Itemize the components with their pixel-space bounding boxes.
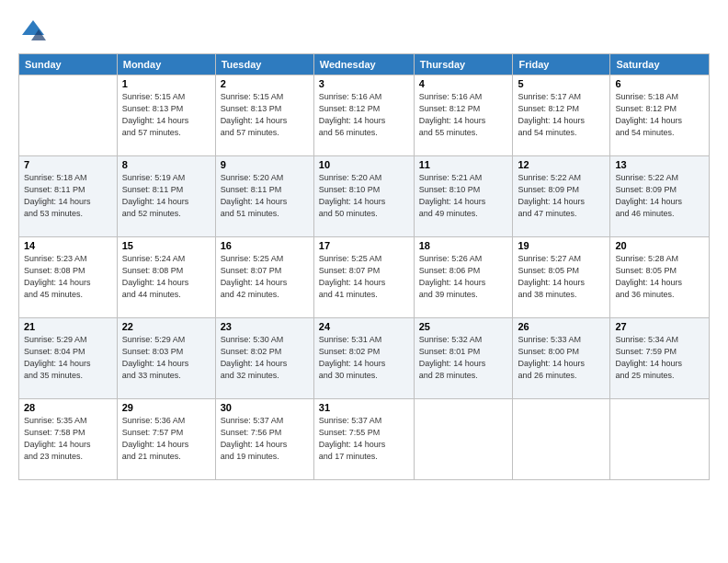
calendar-cell bbox=[414, 399, 513, 480]
day-number: 26 bbox=[518, 321, 605, 332]
day-number: 17 bbox=[319, 240, 409, 251]
day-info: Sunrise: 5:32 AM Sunset: 8:01 PM Dayligh… bbox=[419, 334, 508, 382]
calendar-cell: 19Sunrise: 5:27 AM Sunset: 8:05 PM Dayli… bbox=[513, 237, 610, 318]
calendar-header-tuesday: Tuesday bbox=[215, 54, 313, 75]
calendar-header-sunday: Sunday bbox=[19, 54, 118, 75]
calendar-cell: 26Sunrise: 5:33 AM Sunset: 8:00 PM Dayli… bbox=[513, 318, 610, 399]
day-info: Sunrise: 5:29 AM Sunset: 8:04 PM Dayligh… bbox=[24, 334, 112, 382]
day-number: 1 bbox=[122, 78, 210, 89]
day-info: Sunrise: 5:22 AM Sunset: 8:09 PM Dayligh… bbox=[518, 172, 605, 220]
calendar-cell: 24Sunrise: 5:31 AM Sunset: 8:02 PM Dayli… bbox=[313, 318, 414, 399]
day-number: 29 bbox=[122, 402, 210, 413]
page: SundayMondayTuesdayWednesdayThursdayFrid… bbox=[0, 0, 728, 563]
day-number: 24 bbox=[319, 321, 409, 332]
day-info: Sunrise: 5:30 AM Sunset: 8:02 PM Dayligh… bbox=[221, 334, 309, 382]
calendar-cell: 12Sunrise: 5:22 AM Sunset: 8:09 PM Dayli… bbox=[513, 156, 610, 237]
calendar-cell: 7Sunrise: 5:18 AM Sunset: 8:11 PM Daylig… bbox=[19, 156, 118, 237]
day-number: 27 bbox=[615, 321, 704, 332]
day-info: Sunrise: 5:16 AM Sunset: 8:12 PM Dayligh… bbox=[319, 91, 409, 139]
calendar-cell: 17Sunrise: 5:25 AM Sunset: 8:07 PM Dayli… bbox=[313, 237, 414, 318]
calendar-cell: 13Sunrise: 5:22 AM Sunset: 8:09 PM Dayli… bbox=[610, 156, 710, 237]
day-info: Sunrise: 5:20 AM Sunset: 8:10 PM Dayligh… bbox=[319, 172, 409, 220]
calendar-cell: 18Sunrise: 5:26 AM Sunset: 8:06 PM Dayli… bbox=[414, 237, 513, 318]
calendar-week-row: 28Sunrise: 5:35 AM Sunset: 7:58 PM Dayli… bbox=[19, 399, 710, 480]
day-info: Sunrise: 5:18 AM Sunset: 8:11 PM Dayligh… bbox=[24, 172, 112, 220]
header bbox=[18, 17, 710, 46]
calendar-cell bbox=[513, 399, 610, 480]
logo-icon bbox=[18, 17, 48, 46]
calendar-week-row: 1Sunrise: 5:15 AM Sunset: 8:13 PM Daylig… bbox=[19, 75, 710, 156]
calendar-cell: 20Sunrise: 5:28 AM Sunset: 8:05 PM Dayli… bbox=[610, 237, 710, 318]
day-info: Sunrise: 5:25 AM Sunset: 8:07 PM Dayligh… bbox=[221, 253, 309, 301]
svg-marker-0 bbox=[22, 20, 44, 35]
day-info: Sunrise: 5:25 AM Sunset: 8:07 PM Dayligh… bbox=[319, 253, 409, 301]
calendar-cell: 29Sunrise: 5:36 AM Sunset: 7:57 PM Dayli… bbox=[117, 399, 215, 480]
calendar-cell: 11Sunrise: 5:21 AM Sunset: 8:10 PM Dayli… bbox=[414, 156, 513, 237]
day-info: Sunrise: 5:35 AM Sunset: 7:58 PM Dayligh… bbox=[24, 415, 112, 463]
day-info: Sunrise: 5:33 AM Sunset: 8:00 PM Dayligh… bbox=[518, 334, 605, 382]
day-info: Sunrise: 5:29 AM Sunset: 8:03 PM Dayligh… bbox=[122, 334, 210, 382]
day-info: Sunrise: 5:20 AM Sunset: 8:11 PM Dayligh… bbox=[221, 172, 309, 220]
day-number: 19 bbox=[518, 240, 605, 251]
day-number: 16 bbox=[221, 240, 309, 251]
day-info: Sunrise: 5:15 AM Sunset: 8:13 PM Dayligh… bbox=[221, 91, 309, 139]
day-number: 9 bbox=[221, 159, 309, 170]
calendar-cell: 23Sunrise: 5:30 AM Sunset: 8:02 PM Dayli… bbox=[215, 318, 313, 399]
day-info: Sunrise: 5:22 AM Sunset: 8:09 PM Dayligh… bbox=[615, 172, 704, 220]
calendar-header-row: SundayMondayTuesdayWednesdayThursdayFrid… bbox=[19, 54, 710, 75]
calendar-cell: 9Sunrise: 5:20 AM Sunset: 8:11 PM Daylig… bbox=[215, 156, 313, 237]
calendar-cell: 22Sunrise: 5:29 AM Sunset: 8:03 PM Dayli… bbox=[117, 318, 215, 399]
calendar-header-saturday: Saturday bbox=[610, 54, 710, 75]
calendar-cell: 14Sunrise: 5:23 AM Sunset: 8:08 PM Dayli… bbox=[19, 237, 118, 318]
day-info: Sunrise: 5:31 AM Sunset: 8:02 PM Dayligh… bbox=[319, 334, 409, 382]
day-number: 14 bbox=[24, 240, 112, 251]
day-info: Sunrise: 5:26 AM Sunset: 8:06 PM Dayligh… bbox=[419, 253, 508, 301]
day-number: 20 bbox=[615, 240, 704, 251]
day-info: Sunrise: 5:37 AM Sunset: 7:55 PM Dayligh… bbox=[319, 415, 409, 463]
calendar-week-row: 14Sunrise: 5:23 AM Sunset: 8:08 PM Dayli… bbox=[19, 237, 710, 318]
calendar-cell: 16Sunrise: 5:25 AM Sunset: 8:07 PM Dayli… bbox=[215, 237, 313, 318]
calendar-header-wednesday: Wednesday bbox=[313, 54, 414, 75]
calendar-cell: 3Sunrise: 5:16 AM Sunset: 8:12 PM Daylig… bbox=[313, 75, 414, 156]
calendar-cell: 10Sunrise: 5:20 AM Sunset: 8:10 PM Dayli… bbox=[313, 156, 414, 237]
day-info: Sunrise: 5:21 AM Sunset: 8:10 PM Dayligh… bbox=[419, 172, 508, 220]
calendar-cell: 28Sunrise: 5:35 AM Sunset: 7:58 PM Dayli… bbox=[19, 399, 118, 480]
day-info: Sunrise: 5:17 AM Sunset: 8:12 PM Dayligh… bbox=[518, 91, 605, 139]
calendar-header-thursday: Thursday bbox=[414, 54, 513, 75]
day-info: Sunrise: 5:36 AM Sunset: 7:57 PM Dayligh… bbox=[122, 415, 210, 463]
day-number: 8 bbox=[122, 159, 210, 170]
day-info: Sunrise: 5:24 AM Sunset: 8:08 PM Dayligh… bbox=[122, 253, 210, 301]
calendar-cell: 15Sunrise: 5:24 AM Sunset: 8:08 PM Dayli… bbox=[117, 237, 215, 318]
day-number: 7 bbox=[24, 159, 112, 170]
day-info: Sunrise: 5:28 AM Sunset: 8:05 PM Dayligh… bbox=[615, 253, 704, 301]
day-info: Sunrise: 5:37 AM Sunset: 7:56 PM Dayligh… bbox=[221, 415, 309, 463]
calendar-cell: 5Sunrise: 5:17 AM Sunset: 8:12 PM Daylig… bbox=[513, 75, 610, 156]
calendar-cell: 1Sunrise: 5:15 AM Sunset: 8:13 PM Daylig… bbox=[117, 75, 215, 156]
day-number: 15 bbox=[122, 240, 210, 251]
day-info: Sunrise: 5:18 AM Sunset: 8:12 PM Dayligh… bbox=[615, 91, 704, 139]
day-number: 4 bbox=[419, 78, 508, 89]
calendar-cell: 2Sunrise: 5:15 AM Sunset: 8:13 PM Daylig… bbox=[215, 75, 313, 156]
day-number: 30 bbox=[221, 402, 309, 413]
day-number: 28 bbox=[24, 402, 112, 413]
day-number: 23 bbox=[221, 321, 309, 332]
day-number: 6 bbox=[615, 78, 704, 89]
day-info: Sunrise: 5:27 AM Sunset: 8:05 PM Dayligh… bbox=[518, 253, 605, 301]
day-info: Sunrise: 5:34 AM Sunset: 7:59 PM Dayligh… bbox=[615, 334, 704, 382]
calendar-week-row: 7Sunrise: 5:18 AM Sunset: 8:11 PM Daylig… bbox=[19, 156, 710, 237]
calendar-cell bbox=[610, 399, 710, 480]
calendar-cell: 30Sunrise: 5:37 AM Sunset: 7:56 PM Dayli… bbox=[215, 399, 313, 480]
calendar-cell: 8Sunrise: 5:19 AM Sunset: 8:11 PM Daylig… bbox=[117, 156, 215, 237]
day-number: 18 bbox=[419, 240, 508, 251]
calendar-cell: 25Sunrise: 5:32 AM Sunset: 8:01 PM Dayli… bbox=[414, 318, 513, 399]
calendar-cell: 31Sunrise: 5:37 AM Sunset: 7:55 PM Dayli… bbox=[313, 399, 414, 480]
calendar-cell: 27Sunrise: 5:34 AM Sunset: 7:59 PM Dayli… bbox=[610, 318, 710, 399]
day-number: 2 bbox=[221, 78, 309, 89]
day-info: Sunrise: 5:15 AM Sunset: 8:13 PM Dayligh… bbox=[122, 91, 210, 139]
day-number: 3 bbox=[319, 78, 409, 89]
day-number: 10 bbox=[319, 159, 409, 170]
day-number: 25 bbox=[419, 321, 508, 332]
calendar-cell: 4Sunrise: 5:16 AM Sunset: 8:12 PM Daylig… bbox=[414, 75, 513, 156]
calendar-header-friday: Friday bbox=[513, 54, 610, 75]
day-number: 22 bbox=[122, 321, 210, 332]
